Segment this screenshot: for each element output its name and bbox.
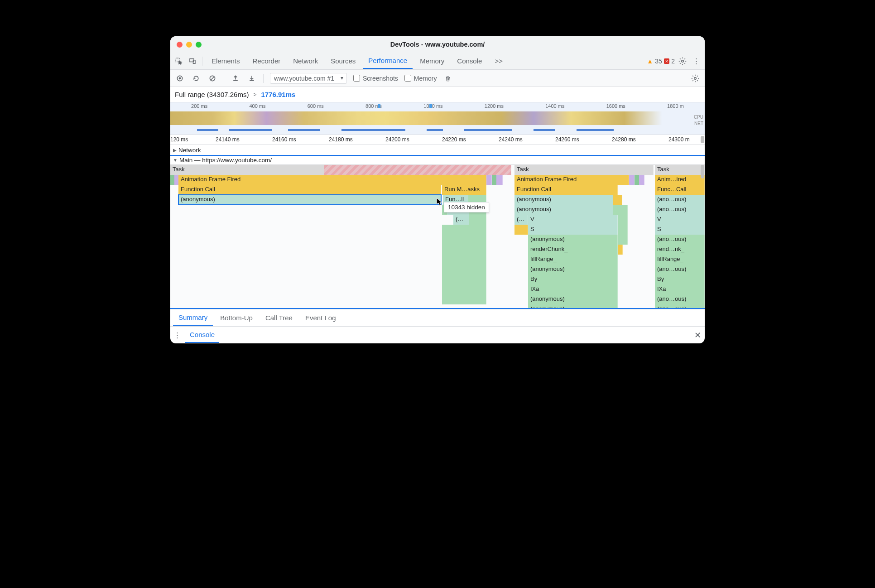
flame-bar[interactable] xyxy=(613,205,628,215)
main-track-header[interactable]: ▼ Main — https://www.youtube.com/ xyxy=(170,155,705,165)
flame-s[interactable]: S xyxy=(655,225,705,235)
flame-anonymous-selected[interactable]: (anonymous) xyxy=(178,195,441,205)
flame-anonymous[interactable]: (anonymous) xyxy=(528,304,618,309)
upload-icon[interactable] xyxy=(231,73,240,83)
profile-select[interactable]: www.youtube.com #1 xyxy=(270,73,347,84)
tab-event-log[interactable]: Event Log xyxy=(300,310,341,325)
flame-bar[interactable] xyxy=(469,215,486,225)
flame-render-chunk[interactable]: renderChunk_ xyxy=(528,245,618,255)
flame-ixa[interactable]: IXa xyxy=(528,284,618,294)
tab-overflow[interactable]: >> xyxy=(489,53,508,68)
scrollbar[interactable] xyxy=(701,165,704,178)
flame-bar[interactable] xyxy=(639,175,644,185)
flame-animation-frame[interactable]: Animation Frame Fired xyxy=(178,175,486,185)
flame-v[interactable]: V xyxy=(655,215,705,225)
screenshots-input[interactable] xyxy=(353,75,360,82)
drawer-kebab-icon[interactable]: ⋮ xyxy=(174,331,181,339)
flame-bar[interactable] xyxy=(514,225,528,235)
flame-bar[interactable] xyxy=(486,175,492,185)
reload-record-button[interactable] xyxy=(191,73,201,83)
breadcrumb-selected-range[interactable]: 1776.91ms xyxy=(261,91,295,98)
device-toggle-icon[interactable] xyxy=(187,55,198,67)
flame-by[interactable]: By xyxy=(528,275,618,284)
inspect-icon[interactable] xyxy=(173,55,185,67)
flame-anonymous[interactable]: (ano…ous) xyxy=(655,205,705,215)
flame-ixa[interactable]: IXa xyxy=(655,284,705,294)
settings-icon[interactable] xyxy=(677,55,688,67)
screenshots-checkbox[interactable]: Screenshots xyxy=(353,75,398,82)
tab-elements[interactable]: Elements xyxy=(206,53,245,68)
flame-anonymous[interactable]: (ano…ous) xyxy=(655,195,705,205)
flame-task[interactable]: Task xyxy=(655,165,705,175)
flame-bar[interactable] xyxy=(629,175,635,185)
flame-fill-range[interactable]: fillRange_ xyxy=(528,255,618,265)
tab-call-tree[interactable]: Call Tree xyxy=(260,310,298,325)
flame-function-call[interactable]: Function Call xyxy=(178,185,441,195)
tab-network[interactable]: Network xyxy=(288,53,323,68)
flame-bar[interactable] xyxy=(442,294,486,304)
flame-task-long[interactable] xyxy=(324,165,511,175)
flame-bar[interactable] xyxy=(618,215,628,225)
flame-bar[interactable] xyxy=(442,235,486,245)
tab-performance[interactable]: Performance xyxy=(363,53,413,69)
flame-anonymous[interactable]: (anonymous) xyxy=(528,235,618,245)
flame-bar[interactable] xyxy=(618,235,628,245)
flame-by[interactable]: By xyxy=(655,275,705,284)
close-drawer-icon[interactable]: ✕ xyxy=(694,330,701,340)
flame-bar[interactable] xyxy=(613,195,622,205)
flame-bar[interactable] xyxy=(618,225,628,235)
flame-function-call[interactable]: Func…Call xyxy=(655,185,705,195)
flame-anonymous[interactable]: (ano…ous) xyxy=(655,235,705,245)
detail-ruler[interactable]: 120 ms 24140 ms 24160 ms 24180 ms 24200 … xyxy=(170,135,705,145)
flame-chart[interactable]: Task Task Task Animation Frame Fired Ani… xyxy=(170,165,705,309)
flame-paren[interactable]: (… xyxy=(453,215,469,225)
flame-task[interactable]: Task xyxy=(514,165,654,175)
flame-bar[interactable] xyxy=(496,175,503,185)
close-button[interactable] xyxy=(177,42,183,48)
tab-memory[interactable]: Memory xyxy=(414,53,450,68)
drawer-tab-console[interactable]: Console xyxy=(185,327,219,343)
tab-sources[interactable]: Sources xyxy=(325,53,361,68)
titlebar[interactable]: DevTools - www.youtube.com/ xyxy=(170,36,705,53)
errors-indicator[interactable]: × 2 xyxy=(664,58,675,65)
flame-bar[interactable] xyxy=(442,284,486,294)
tab-summary[interactable]: Summary xyxy=(173,310,213,326)
flame-fill-range[interactable]: fillRange_ xyxy=(655,255,705,265)
flame-render-chunk[interactable]: rend…nk_ xyxy=(655,245,705,255)
maximize-button[interactable] xyxy=(196,42,202,48)
garbage-collect-icon[interactable] xyxy=(443,73,453,83)
flame-anonymous[interactable]: (anonymous) xyxy=(514,195,613,205)
flame-anonymous[interactable]: (ano…ous) xyxy=(655,304,705,309)
disclosure-down-icon[interactable]: ▼ xyxy=(173,158,178,163)
memory-checkbox[interactable]: Memory xyxy=(404,75,437,82)
tab-bottom-up[interactable]: Bottom-Up xyxy=(215,310,258,325)
flame-animation-frame[interactable]: Anim…ired xyxy=(655,175,705,185)
scrollbar[interactable] xyxy=(701,136,704,143)
memory-input[interactable] xyxy=(404,75,411,82)
flame-anonymous[interactable]: (ano…ous) xyxy=(655,294,705,304)
flame-anonymous[interactable]: (ano…ous) xyxy=(655,265,705,275)
flame-function-call[interactable]: Function Call xyxy=(514,185,618,195)
flame-animation-frame[interactable]: Animation Frame Fired xyxy=(514,175,629,185)
flame-anonymous[interactable]: (anonymous) xyxy=(528,294,618,304)
network-track-header[interactable]: ▶ Network xyxy=(170,145,705,155)
flame-v[interactable]: V xyxy=(528,215,618,225)
disclosure-right-icon[interactable]: ▶ xyxy=(173,148,177,153)
tab-recorder[interactable]: Recorder xyxy=(247,53,286,68)
flame-anonymous[interactable]: (anonymous) xyxy=(528,265,618,275)
warnings-indicator[interactable]: ▲ 35 xyxy=(647,58,662,65)
download-icon[interactable] xyxy=(247,73,257,83)
flame-anonymous[interactable]: (anonymous) xyxy=(514,205,613,215)
panel-settings-icon[interactable] xyxy=(690,73,700,83)
flame-bar[interactable] xyxy=(618,245,623,255)
flame-bar[interactable] xyxy=(442,265,486,275)
overview-timeline[interactable]: 200 ms 400 ms 600 ms 800 ms 1000 ms 1200… xyxy=(170,102,705,135)
flame-paren[interactable]: (… xyxy=(514,215,528,225)
tab-console[interactable]: Console xyxy=(452,53,487,68)
flame-task[interactable]: Task xyxy=(170,165,324,175)
flame-s[interactable]: S xyxy=(528,225,618,235)
flame-bar[interactable] xyxy=(442,275,486,284)
breadcrumb-full-range[interactable]: Full range (34307.26ms) xyxy=(175,91,249,98)
flame-bar[interactable] xyxy=(442,255,486,265)
flame-bar[interactable] xyxy=(442,245,486,255)
